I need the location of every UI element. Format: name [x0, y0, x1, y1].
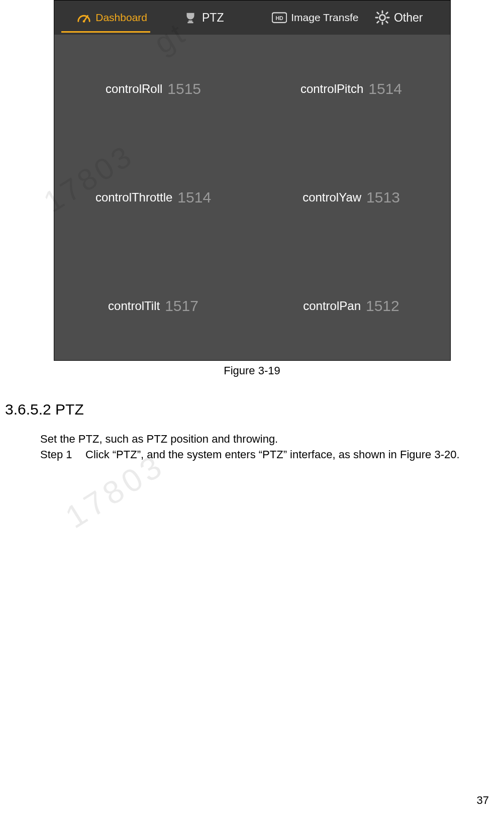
tab-other[interactable]: Other: [352, 1, 447, 35]
reading-value: 1515: [167, 80, 201, 97]
gauge-icon: [76, 10, 91, 25]
reading-label: controlTilt: [108, 299, 160, 313]
reading-value: 1514: [177, 189, 211, 206]
svg-line-8: [386, 22, 387, 23]
trophy-icon: [183, 10, 198, 25]
figure-screenshot: Dashboard PTZ HD Image Transfe: [54, 0, 451, 361]
reading-value: 1517: [165, 297, 198, 315]
reading-controltilt: controlTilt 1517: [54, 297, 252, 315]
reading-value: 1512: [366, 297, 399, 315]
step-label: Step 1: [40, 448, 72, 461]
reading-controlroll: controlRoll 1515: [54, 80, 252, 97]
app-screen: Dashboard PTZ HD Image Transfe: [54, 1, 450, 360]
section-heading: 3.6.5.2 PTZ: [5, 401, 84, 418]
reading-controlyaw: controlYaw 1513: [252, 189, 450, 206]
reading-value: 1514: [368, 80, 402, 97]
page-number: 37: [477, 794, 489, 807]
reading-label: controlYaw: [303, 190, 361, 204]
hd-icon: HD: [272, 10, 287, 25]
tab-bar: Dashboard PTZ HD Image Transfe: [54, 1, 450, 35]
svg-text:HD: HD: [276, 15, 284, 21]
tab-other-label: Other: [394, 12, 423, 24]
reading-label: controlPitch: [300, 82, 363, 96]
svg-line-9: [386, 13, 387, 14]
tab-ptz[interactable]: PTZ: [156, 1, 251, 35]
reading-controlpan: controlPan 1512: [252, 297, 450, 315]
tab-image-transfer-label: Image Transfe: [291, 12, 330, 23]
reading-label: controlThrottle: [95, 190, 172, 204]
reading-controlpitch: controlPitch 1514: [252, 80, 450, 97]
reading-label: controlPan: [303, 299, 361, 313]
reading-controlthrottle: controlThrottle 1514: [54, 189, 252, 206]
tab-image-transfer[interactable]: HD Image Transfe: [254, 1, 349, 35]
tab-dashboard[interactable]: Dashboard: [58, 1, 153, 35]
readings-grid: controlRoll 1515 controlPitch 1514 contr…: [54, 35, 450, 360]
svg-line-7: [377, 13, 379, 14]
figure-caption: Figure 3-19: [0, 364, 504, 377]
tab-dashboard-label: Dashboard: [95, 12, 135, 23]
tab-ptz-label: PTZ: [202, 12, 224, 24]
step-text: Click “PTZ”, and the system enters “PTZ”…: [85, 448, 460, 461]
svg-line-10: [377, 22, 379, 23]
section-paragraph: Set the PTZ, such as PTZ position and th…: [40, 431, 278, 447]
reading-label: controlRoll: [106, 82, 162, 96]
reading-value: 1513: [366, 189, 400, 206]
gear-icon: [375, 10, 390, 25]
svg-point-0: [83, 20, 85, 23]
